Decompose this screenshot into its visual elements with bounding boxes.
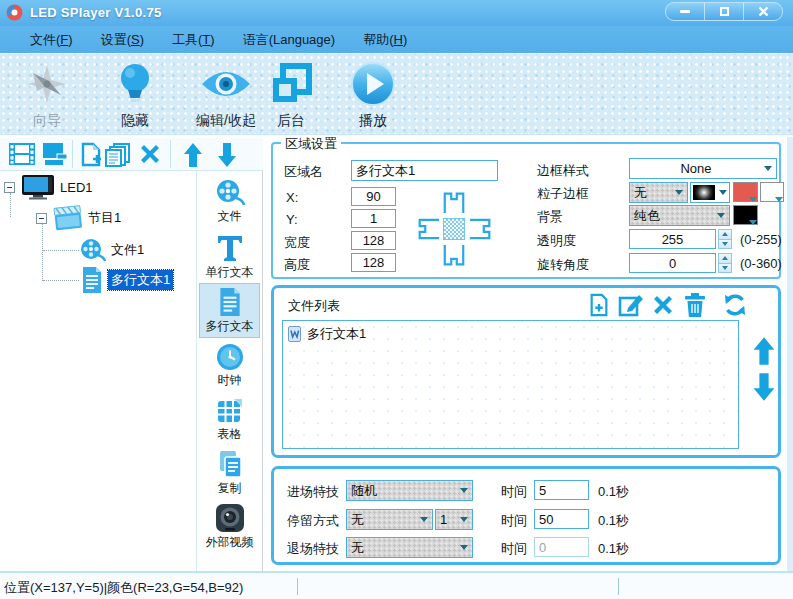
film-reel-icon xyxy=(199,179,260,207)
hide-button[interactable]: 隐藏 xyxy=(98,58,172,130)
particle-image-dropdown[interactable] xyxy=(690,182,730,203)
tree-node-program[interactable]: 节目1 xyxy=(36,205,121,231)
element-external-video[interactable]: 外部视频 xyxy=(199,503,260,551)
element-clock[interactable]: 时钟 xyxy=(199,343,260,389)
stay-count-dropdown[interactable]: 1 xyxy=(435,509,473,530)
height-label: 高度 xyxy=(284,256,310,274)
particle-color2-swatch[interactable] xyxy=(760,182,784,202)
file-list-item[interactable]: 多行文本1 xyxy=(287,325,366,343)
y-label: Y: xyxy=(286,212,298,227)
maximize-button[interactable] xyxy=(704,3,743,20)
edit-collapse-button[interactable]: 编辑/收起 xyxy=(182,58,270,130)
align-bottom-button[interactable] xyxy=(442,244,466,268)
document-icon xyxy=(200,287,259,317)
rotation-input[interactable] xyxy=(629,253,716,273)
layers-icon xyxy=(260,58,322,110)
collapse-toggle-icon[interactable] xyxy=(36,213,47,224)
file-list[interactable]: 多行文本1 xyxy=(282,320,739,449)
screen-layout-icon[interactable] xyxy=(42,142,68,166)
letter-t-icon xyxy=(199,233,260,263)
particle-color1-swatch[interactable] xyxy=(733,182,758,202)
menu-tools[interactable]: 工具(T) xyxy=(172,31,215,49)
element-multi-line-text[interactable]: 多行文本 xyxy=(199,283,260,338)
document-icon xyxy=(80,266,104,294)
refresh-button[interactable] xyxy=(722,293,748,317)
delete-file-button[interactable] xyxy=(650,293,676,317)
exit-time-label: 时间 xyxy=(501,540,527,558)
align-center-button[interactable] xyxy=(443,218,465,240)
window-controls xyxy=(665,2,783,21)
region-name-input[interactable] xyxy=(351,160,498,181)
element-file[interactable]: 文件 xyxy=(199,179,260,225)
wizard-compass-icon xyxy=(8,58,86,110)
minimize-button[interactable] xyxy=(666,3,704,20)
opacity-spinner[interactable] xyxy=(718,229,732,249)
align-right-button[interactable] xyxy=(469,217,493,241)
bulb-icon xyxy=(98,58,172,110)
delete-x-icon[interactable] xyxy=(137,142,163,166)
clear-trash-button[interactable] xyxy=(682,293,708,317)
background-color-swatch[interactable] xyxy=(733,205,758,225)
copy-program-icon[interactable] xyxy=(104,142,132,168)
file-item-label: 多行文本1 xyxy=(307,325,366,343)
background-button[interactable]: 后台 xyxy=(260,58,322,130)
border-style-dropdown[interactable]: None xyxy=(629,158,777,179)
stay-time-label: 时间 xyxy=(501,512,527,530)
width-input[interactable] xyxy=(351,231,396,250)
menu-help[interactable]: 帮助(H) xyxy=(363,31,407,49)
filmstrip-icon[interactable] xyxy=(8,142,36,166)
particle-glow-icon xyxy=(693,185,715,200)
chevron-down-icon xyxy=(460,545,468,550)
close-button[interactable] xyxy=(743,3,782,20)
x-input[interactable] xyxy=(351,187,396,206)
move-down-icon[interactable] xyxy=(216,142,238,168)
chevron-down-icon xyxy=(775,197,783,202)
item-down-icon[interactable] xyxy=(752,372,776,402)
opacity-input[interactable] xyxy=(629,229,716,249)
align-top-button[interactable] xyxy=(442,190,466,214)
effects-panel: 进场特技 随机 时间 0.1秒 停留方式 无 1 时间 xyxy=(271,466,781,565)
chevron-down-icon xyxy=(460,517,468,522)
move-up-icon[interactable] xyxy=(182,142,204,168)
element-single-line-text[interactable]: 单行文本 xyxy=(199,233,260,281)
element-copy[interactable]: 复制 xyxy=(199,449,260,497)
text-file-icon xyxy=(287,326,303,342)
region-settings-group: 区域设置 区域名 X: Y: 宽度 高度 xyxy=(271,142,781,279)
tree-node-screen[interactable]: LED1 xyxy=(4,174,93,200)
new-program-icon[interactable] xyxy=(79,142,103,168)
wizard-button[interactable]: 向导 xyxy=(8,58,86,130)
title-bar: LED SPlayer V1.0.75 xyxy=(0,0,793,26)
program-tree: LED1 节目1 xyxy=(0,171,197,571)
stay-time-input[interactable] xyxy=(534,509,589,529)
width-label: 宽度 xyxy=(284,234,310,252)
tree-node-file[interactable]: 文件1 xyxy=(80,237,144,263)
entry-time-label: 时间 xyxy=(501,483,527,501)
y-input[interactable] xyxy=(351,209,396,228)
opacity-label: 透明度 xyxy=(537,232,576,250)
menu-language[interactable]: 语言(Language) xyxy=(243,31,336,49)
item-up-icon[interactable] xyxy=(752,336,776,366)
particle-border-dropdown[interactable]: 无 xyxy=(629,182,688,203)
add-file-button[interactable] xyxy=(586,293,612,317)
monitor-icon xyxy=(21,174,55,200)
region-settings-legend: 区域设置 xyxy=(281,135,341,153)
edit-file-button[interactable] xyxy=(618,293,644,317)
x-label: X: xyxy=(286,190,298,205)
play-button[interactable]: 播放 xyxy=(338,58,408,130)
clock-icon xyxy=(199,343,260,371)
height-input[interactable] xyxy=(351,253,396,272)
element-table[interactable]: 表格 xyxy=(199,397,260,443)
menu-settings[interactable]: 设置(S) xyxy=(101,31,144,49)
align-left-button[interactable] xyxy=(416,217,440,241)
collapse-toggle-icon[interactable] xyxy=(4,182,15,193)
entry-effect-dropdown[interactable]: 随机 xyxy=(346,480,473,501)
stay-mode-dropdown[interactable]: 无 xyxy=(346,509,433,530)
entry-time-input[interactable] xyxy=(534,480,589,500)
tree-label-file: 文件1 xyxy=(111,241,144,259)
exit-effect-dropdown[interactable]: 无 xyxy=(346,537,473,558)
chevron-down-icon xyxy=(675,190,683,195)
rotation-spinner[interactable] xyxy=(718,253,732,273)
menu-file[interactable]: 文件(F) xyxy=(30,31,73,49)
background-dropdown[interactable]: 纯色 xyxy=(629,205,730,226)
tree-node-multitext[interactable]: 多行文本1 xyxy=(80,267,173,293)
